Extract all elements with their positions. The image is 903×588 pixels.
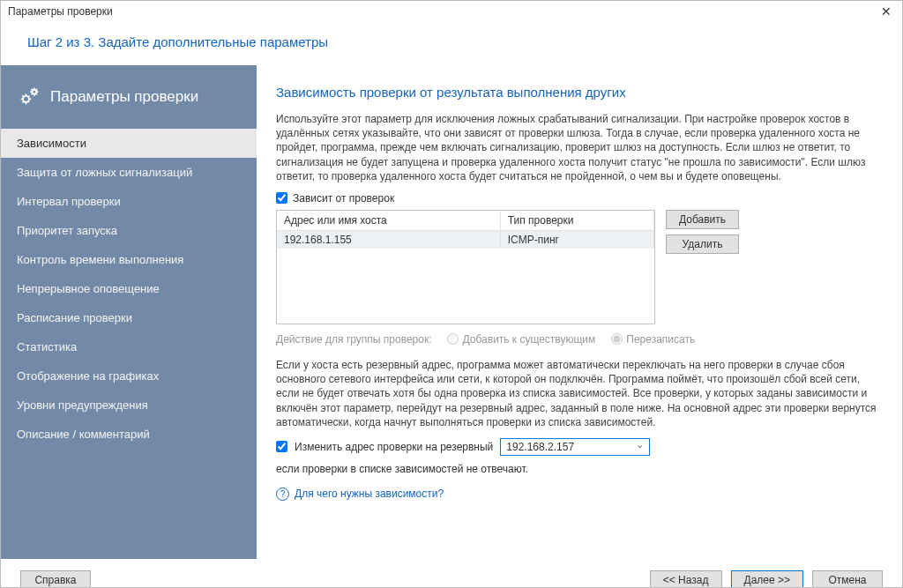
radio-overwrite[interactable]: Перезаписать [611,333,695,346]
sidebar-item-schedule[interactable]: Расписание проверки [1,303,257,332]
reserve-address-combo[interactable]: 192.168.2.157 [500,438,650,456]
step-header: Шаг 2 из 3. Задайте дополнительные парам… [1,22,902,65]
section-heading: Зависимость проверки от результата выпол… [276,85,883,100]
reserve-checkbox[interactable] [276,441,287,452]
table-col-type[interactable]: Тип проверки [500,211,653,231]
depends-checkbox[interactable] [276,192,287,204]
radio-overwrite-input[interactable] [611,333,623,345]
table-col-host[interactable]: Адрес или имя хоста [277,211,500,231]
sidebar-item-description[interactable]: Описание / комментарий [1,420,257,449]
group-action-row: Действие для группы проверок: Добавить к… [276,333,883,346]
add-button[interactable]: Добавить [666,210,739,229]
reserve-suffix: если проверки в списке зависимостей не о… [276,463,528,475]
table-cell-host: 192.168.1.155 [277,230,500,249]
sidebar-item-statistics[interactable]: Статистика [1,332,257,361]
sidebar-item-charts[interactable]: Отображение на графиках [1,361,257,391]
delete-button[interactable]: Удалить [666,234,739,254]
sidebar-title: Параметры проверки [1,65,257,129]
titlebar: Параметры проверки ✕ [1,1,902,22]
svg-point-1 [33,90,37,94]
window-title: Параметры проверки [8,5,113,18]
table-cell-type: ICMP-пинг [500,230,653,249]
help-button[interactable]: Справка [20,570,91,588]
help-link[interactable]: ? Для чего нужны зависимости? [276,488,883,501]
sidebar-title-label: Параметры проверки [50,88,198,106]
gears-icon [17,85,41,109]
content-panel: Зависимость проверки от результата выпол… [257,65,902,559]
sidebar-item-timeout[interactable]: Контроль времени выполнения [1,245,257,274]
sidebar-item-dependencies[interactable]: Зависимости [1,129,257,158]
back-button[interactable]: << Назад [650,570,722,588]
sidebar-item-priority[interactable]: Приоритет запуска [1,216,257,245]
dependencies-table[interactable]: Адрес или имя хоста Тип проверки 192.168… [276,210,655,324]
intro-text: Используйте этот параметр для исключения… [276,112,883,183]
footer: Справка << Назад Далее >> Отмена [1,559,902,588]
reserve-text: Если у хоста есть резервный адрес, прогр… [276,358,883,429]
sidebar-item-false-alarm[interactable]: Защита от ложных сигнализаций [1,158,257,187]
radio-append-input[interactable] [447,333,459,345]
sidebar-item-continuous[interactable]: Непрерывное оповещение [1,274,257,303]
group-action-label: Действие для группы проверок: [276,333,431,346]
question-icon: ? [276,488,289,501]
close-icon[interactable]: ✕ [877,4,895,19]
sidebar-item-interval[interactable]: Интервал проверки [1,187,257,216]
cancel-button[interactable]: Отмена [812,570,883,588]
radio-append[interactable]: Добавить к существующим [447,333,595,346]
depends-checkbox-label: Зависит от проверок [293,192,394,205]
sidebar: Параметры проверки Зависимости Защита от… [1,65,257,559]
table-row[interactable]: 192.168.1.155 ICMP-пинг [277,230,654,249]
reserve-checkbox-label: Изменить адрес проверки на резервный [295,441,493,453]
sidebar-item-warning-levels[interactable]: Уровни предупреждения [1,391,257,420]
next-button[interactable]: Далее >> [731,570,804,588]
